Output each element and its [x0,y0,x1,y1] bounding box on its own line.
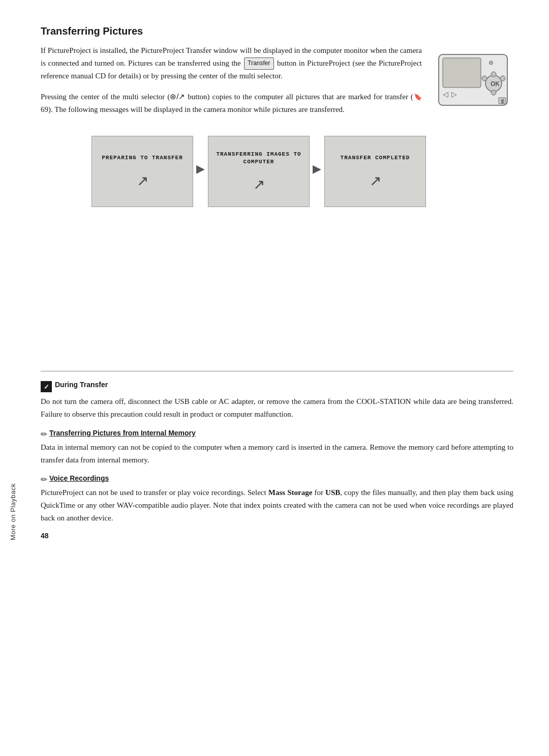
pencil-icon-2: ✏ [41,475,47,484]
intro-paragraph2: Pressing the center of the multi selecto… [41,91,422,116]
screens-row: PREPARING TO TRANSFER ↗ ▶ TRANSFERRING I… [92,136,473,207]
warning-icon: ✓ [41,381,52,392]
divider [41,371,513,371]
pencil-icon-1: ✏ [41,429,47,439]
svg-text:🗑: 🗑 [500,98,505,104]
svg-point-5 [482,76,487,81]
mass-storage-bold: Mass Storage [268,488,313,497]
voice-recordings-heading: Voice Recordings [49,474,109,482]
svg-text:⊛: ⊛ [489,59,494,66]
svg-text:OK: OK [491,80,500,88]
screen-completed-text: TRANSFER COMPLETED [341,154,410,162]
screen-transferring-icon: ↗ [253,176,265,193]
intro-text: If PictureProject is installed, the Pict… [41,44,422,124]
svg-point-7 [500,76,505,81]
internal-memory-section: ✏ Transferring Pictures from Internal Me… [41,429,513,467]
svg-text:▷: ▷ [451,90,457,98]
svg-text:◁: ◁ [443,90,448,98]
screen-transferring: TRANSFERRING IMAGES TO COMPUTER ↗ [208,136,310,207]
voice-recordings-body: PictureProject can not be used to transf… [41,486,513,524]
svg-rect-1 [443,58,481,88]
screen-transferring-text: TRANSFERRING IMAGES TO COMPUTER [214,151,304,166]
voice-recordings-section: ✏ Voice Recordings PictureProject can no… [41,474,513,524]
camera-image: ⊛ OK ◁ ▷ 🗑 [432,44,513,124]
arrow-2: ▶ [313,162,321,181]
svg-point-8 [491,90,496,95]
warning-heading-row: ✓ During Transfer [41,381,513,392]
screen-completed: TRANSFER COMPLETED ↗ [324,136,426,207]
page-container: More on Playback Transferring Pictures I… [0,0,549,555]
internal-memory-heading: Transferring Pictures from Internal Memo… [49,429,196,437]
intro-paragraph1: If PictureProject is installed, the Pict… [41,44,422,82]
sidebar-label: More on Playback [9,483,17,540]
during-transfer-section: ✓ During Transfer Do not turn the camera… [41,381,513,421]
screen-preparing: PREPARING TO TRANSFER ↗ [92,136,193,207]
page-title: Transferring Pictures [41,25,513,37]
transfer-button-inline: Transfer [244,57,273,70]
intro-block: If PictureProject is installed, the Pict… [41,44,513,124]
spacer [41,219,513,362]
screen-preparing-icon: ↗ [137,172,148,189]
internal-memory-body: Data in internal memory can not be copie… [41,441,513,467]
page-number: 48 [41,532,49,540]
svg-point-6 [491,72,496,77]
usb-bold: USB [325,488,340,497]
during-transfer-body: Do not turn the camera off, disconnect t… [41,395,513,421]
screen-preparing-text: PREPARING TO TRANSFER [102,154,183,162]
arrow-1: ▶ [196,162,205,181]
screen-completed-icon: ↗ [370,172,381,189]
voice-recordings-heading-row: ✏ Voice Recordings [41,474,513,484]
during-transfer-heading: During Transfer [55,381,108,389]
internal-memory-heading-row: ✏ Transferring Pictures from Internal Me… [41,429,513,439]
camera-diagram: ⊛ OK ◁ ▷ 🗑 [434,47,512,113]
